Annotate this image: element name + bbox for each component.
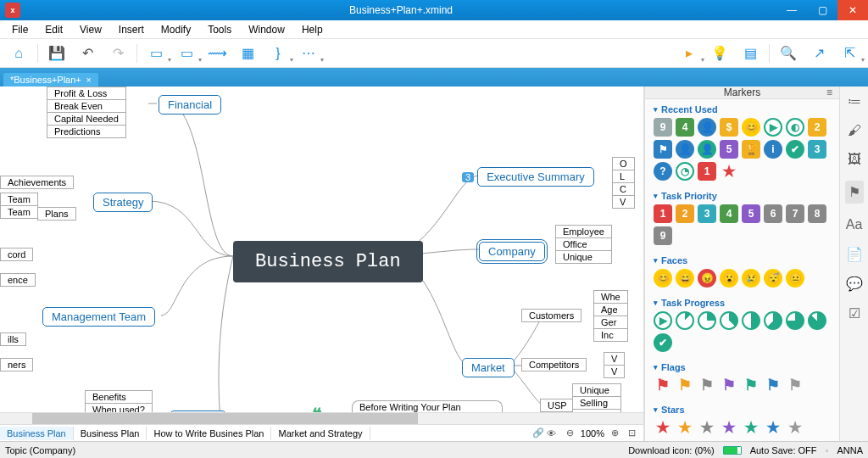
marker-star-icon[interactable]: ★ <box>654 418 672 437</box>
market-usp[interactable]: USP <box>540 399 575 412</box>
leaf[interactable]: Whe <box>593 290 628 303</box>
leaf[interactable]: Capital Needed <box>47 112 126 125</box>
mindmap-canvas[interactable]: Business Plan Financial Profit & Loss Br… <box>0 87 643 412</box>
marker-person-icon[interactable]: 👤 <box>698 118 716 137</box>
leaf[interactable]: Age <box>593 303 628 316</box>
marker-flag-icon[interactable]: ⚑ <box>654 140 672 159</box>
section-header[interactable]: Stars <box>654 405 831 415</box>
marker-star-icon[interactable]: ★ <box>764 418 782 437</box>
marker-star-icon[interactable]: ★ <box>786 418 804 437</box>
menu-view[interactable]: View <box>71 22 110 37</box>
marker-flag-icon[interactable]: ⚑ <box>676 376 694 394</box>
management-items[interactable]: cord <box>0 248 33 261</box>
marker[interactable]: 5 <box>720 140 738 159</box>
marker-progress-icon[interactable] <box>720 311 738 330</box>
close-window-button[interactable]: ✕ <box>837 0 868 20</box>
branch-management[interactable]: Management Team <box>42 307 155 327</box>
marker-progress-icon[interactable] <box>676 311 694 330</box>
zoom-in-button[interactable]: ⊕ <box>608 427 621 438</box>
leaf[interactable]: ills <box>0 332 26 346</box>
leaf[interactable]: Office <box>555 237 612 250</box>
section-header[interactable]: Flags <box>654 362 831 372</box>
marker-flag-icon[interactable]: ⚑ <box>720 376 738 394</box>
sheet-tab[interactable]: Market and Strategy <box>271 427 370 440</box>
marker-priority[interactable]: 9 <box>654 226 672 245</box>
redo-button[interactable]: ↷ <box>106 42 130 65</box>
gantt-button[interactable]: ▤ <box>738 42 762 65</box>
marker-star-icon[interactable]: ★ <box>676 418 694 437</box>
leaf[interactable]: ence <box>0 273 36 287</box>
presentation-button[interactable]: ▸ <box>677 42 701 65</box>
panel-menu-icon[interactable]: ≡ <box>826 87 832 98</box>
leaf[interactable]: Unique <box>572 383 621 396</box>
marker-priority[interactable]: 7 <box>786 204 804 223</box>
leaf[interactable]: cord <box>0 248 33 261</box>
search-button[interactable]: 🔍 <box>776 42 800 65</box>
marker-progress-icon[interactable] <box>698 311 716 330</box>
marker-play-icon[interactable]: ▶ <box>764 118 782 137</box>
menu-file[interactable]: File <box>3 22 36 37</box>
financial-items[interactable]: Profit & Loss Break Even Capital Needed … <box>47 87 126 138</box>
close-tab-button[interactable]: × <box>86 75 92 85</box>
branch-strategy[interactable]: Strategy <box>93 193 153 212</box>
marker-face-icon[interactable]: 😴 <box>764 269 782 288</box>
marker-priority[interactable]: 6 <box>764 204 782 223</box>
marker-progress-icon[interactable]: ✔ <box>654 333 672 352</box>
leaf[interactable]: V <box>612 195 635 209</box>
menu-help[interactable]: Help <box>293 22 331 37</box>
marker-face-icon[interactable]: 😐 <box>786 269 804 288</box>
marker-progress-icon[interactable] <box>764 311 782 330</box>
branch-financial[interactable]: Financial <box>159 95 221 114</box>
marker[interactable]: ? <box>654 162 672 181</box>
save-button[interactable]: 💾 <box>45 42 69 65</box>
export-button[interactable]: ⇱ <box>837 42 861 65</box>
marker-priority[interactable]: 3 <box>698 204 716 223</box>
maximize-button[interactable]: ▢ <box>807 0 837 20</box>
leaf[interactable]: Unique <box>555 250 612 264</box>
customer-items[interactable]: Whe Age Ger Inc <box>593 290 628 342</box>
exec-items[interactable]: O L C V <box>612 157 635 209</box>
management-items2[interactable]: ence <box>0 273 36 287</box>
menu-modify[interactable]: Modify <box>153 22 199 37</box>
section-header[interactable]: Task Priority <box>654 191 831 201</box>
marker-face-icon[interactable]: 😄 <box>676 269 694 288</box>
strategy-achievements[interactable]: Achievements <box>0 176 74 189</box>
usp-items[interactable]: Unique Selling Proposit <box>572 383 621 412</box>
marker-smile-icon[interactable]: 😊 <box>742 118 760 137</box>
leaf[interactable]: Team <box>0 205 38 219</box>
strategy-plans[interactable]: Plans <box>37 207 76 221</box>
marker-face-icon[interactable]: 😢 <box>742 269 760 288</box>
sheet-tab[interactable]: Business Plan <box>0 427 74 440</box>
section-header[interactable]: Faces <box>654 255 831 265</box>
marker-star-icon[interactable]: ★ <box>720 162 738 181</box>
sheet-tab[interactable]: How to Write Busines Plan <box>147 427 271 440</box>
more-button[interactable]: ⋯ <box>297 42 320 65</box>
visibility-icon[interactable]: 👁 <box>545 428 559 438</box>
strategy-teams[interactable]: Team Team <box>0 193 38 219</box>
marker-priority[interactable]: 4 <box>720 204 738 223</box>
marker-star-icon[interactable]: ★ <box>742 418 760 437</box>
minimize-button[interactable]: — <box>776 0 807 20</box>
leaf[interactable]: V <box>604 352 625 365</box>
marker-priority[interactable]: 5 <box>742 204 760 223</box>
leaf[interactable]: Benefits <box>85 390 153 403</box>
leaf[interactable]: V <box>604 365 625 378</box>
market-customers[interactable]: Customers <box>521 309 581 322</box>
boundary-button[interactable]: ▦ <box>236 42 259 65</box>
marker-star-icon[interactable]: ★ <box>720 418 738 437</box>
floating-topic[interactable]: Before Writing Your Plan How Long Should… <box>352 400 503 412</box>
marker-progress-icon[interactable]: ▶ <box>654 311 672 330</box>
section-header[interactable]: Recent Used <box>654 104 831 114</box>
outline-icon[interactable]: ≔ <box>848 93 861 109</box>
marker[interactable]: $ <box>720 118 738 137</box>
management-items4[interactable]: ners <box>0 358 33 371</box>
comments-icon[interactable]: 💬 <box>846 276 863 292</box>
scrollbar-thumb[interactable] <box>32 413 418 424</box>
leaf[interactable]: Employee <box>555 225 612 237</box>
marker-face-icon[interactable]: 😮 <box>720 269 738 288</box>
share-button[interactable]: ↗ <box>807 42 831 65</box>
market-competitors[interactable]: Competitors <box>521 358 587 371</box>
topic-button[interactable]: ▭ <box>144 42 168 65</box>
comp-items[interactable]: V V <box>604 352 625 378</box>
management-items3[interactable]: ills <box>0 332 26 346</box>
